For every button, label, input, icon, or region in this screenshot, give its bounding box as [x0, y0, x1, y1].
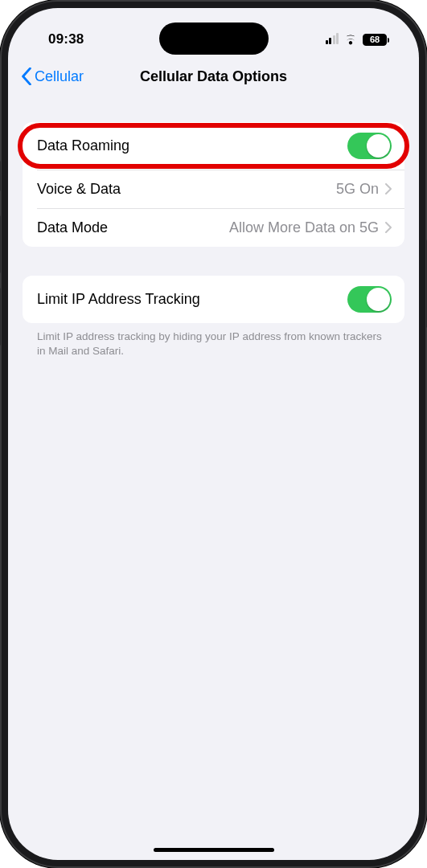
cellular-signal-icon — [326, 35, 339, 44]
chevron-right-icon — [385, 183, 392, 194]
row-label: Limit IP Address Tracking — [37, 291, 200, 308]
side-button-volume-down — [0, 288, 1, 346]
battery-percentage: 68 — [370, 35, 380, 44]
limit-ip-tracking-toggle[interactable] — [347, 286, 392, 313]
screen: 09:38 68 Cellular — [8, 8, 419, 860]
battery-icon: 68 — [363, 34, 387, 46]
group-footer-text: Limit IP address tracking by hiding your… — [23, 323, 404, 358]
row-value: Allow More Data on 5G — [229, 219, 379, 236]
row-value: 5G On — [336, 181, 379, 198]
content: Data Roaming Voice & Data 5G On Data Mod… — [8, 96, 419, 358]
row-voice-and-data[interactable]: Voice & Data 5G On — [23, 170, 404, 208]
settings-group-2: Limit IP Address Tracking — [23, 276, 404, 323]
side-button-volume-up — [0, 215, 1, 273]
row-label: Voice & Data — [37, 181, 121, 198]
home-indicator[interactable] — [154, 848, 274, 852]
status-icons: 68 — [326, 34, 391, 46]
row-label: Data Roaming — [37, 137, 129, 154]
side-button-silence — [0, 161, 1, 191]
back-label: Cellular — [35, 68, 84, 85]
status-time: 09:38 — [37, 31, 84, 47]
row-data-mode[interactable]: Data Mode Allow More Data on 5G — [23, 208, 404, 247]
settings-group-1: Data Roaming Voice & Data 5G On Data Mod… — [23, 122, 404, 247]
chevron-left-icon — [21, 68, 32, 85]
dynamic-island — [159, 23, 269, 55]
wifi-icon — [343, 35, 358, 45]
back-button[interactable]: Cellular — [21, 68, 84, 85]
row-data-roaming[interactable]: Data Roaming — [23, 122, 404, 170]
phone-frame: 09:38 68 Cellular — [0, 0, 427, 868]
chevron-right-icon — [385, 222, 392, 233]
row-label: Data Mode — [37, 219, 108, 236]
navigation-bar: Cellular Cellular Data Options — [8, 56, 419, 96]
row-limit-ip-tracking[interactable]: Limit IP Address Tracking — [23, 276, 404, 323]
data-roaming-toggle[interactable] — [347, 133, 392, 159]
